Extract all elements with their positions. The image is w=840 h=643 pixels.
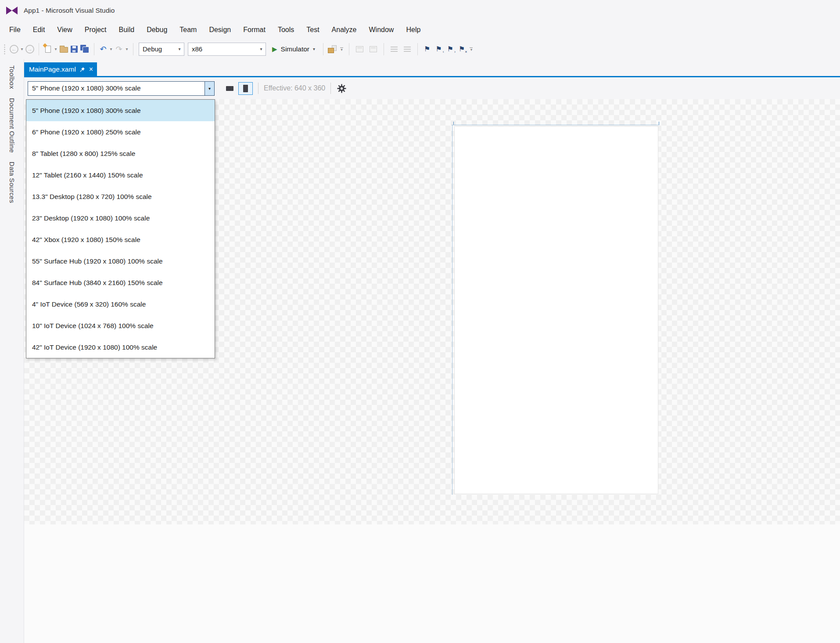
menu-item[interactable]: Help (400, 23, 427, 37)
menu-item[interactable]: Window (363, 23, 400, 37)
previous-bookmark-button[interactable]: ⚑‹ (433, 42, 444, 57)
designer-settings-gear-icon[interactable] (337, 84, 346, 93)
toolbar-separator (94, 43, 94, 55)
device-option[interactable]: 42" Xbox (1920 x 1080) 150% scale (26, 229, 215, 250)
solution-configuration-value: Debug (139, 45, 175, 53)
solution-configuration-select[interactable]: Debug ▾ (139, 43, 184, 56)
increase-indent-button[interactable] (401, 42, 414, 57)
designer-toolbar: 5" Phone (1920 x 1080) 300% scale ▾ Effe… (24, 77, 840, 99)
menu-item[interactable]: Test (300, 23, 325, 37)
device-option[interactable]: 55" Surface Hub (1920 x 1080) 100% scale (26, 250, 215, 272)
save-icon (71, 46, 78, 53)
toolbar-overflow-button[interactable]: ▾ (339, 47, 345, 51)
toolbar-separator (39, 43, 39, 55)
menu-item[interactable]: Debug (140, 23, 173, 37)
menu-item[interactable]: Format (237, 23, 272, 37)
new-file-icon (45, 46, 51, 53)
chevron-down-icon[interactable]: ▾ (205, 82, 214, 95)
toolbar-overflow-button[interactable]: ▾ (468, 47, 474, 51)
toolbar-separator (349, 43, 349, 55)
bookmark-icon: ⚑ (424, 46, 430, 53)
bookmark-clear-icon: ⚑× (459, 46, 465, 53)
undo-button[interactable]: ↶ (98, 42, 108, 57)
selection-adorner-left (452, 125, 452, 495)
toolbar-separator (417, 43, 418, 55)
selection-tick (659, 122, 659, 125)
back-icon: ← (10, 45, 18, 54)
open-folder-icon (60, 47, 68, 53)
landscape-orientation-button[interactable] (223, 82, 237, 95)
menu-item[interactable]: Team (173, 23, 203, 37)
navigate-forward-button[interactable]: → (25, 42, 35, 57)
chevron-down-icon: ▾ (313, 47, 315, 51)
menu-item[interactable]: Design (203, 23, 237, 37)
new-project-dropdown[interactable]: ▾ (53, 47, 58, 51)
menu-item[interactable]: View (51, 23, 78, 37)
portrait-orientation-button[interactable] (238, 82, 253, 95)
device-option[interactable]: 23" Desktop (1920 x 1080) 100% scale (26, 207, 215, 229)
processes-icon (328, 45, 337, 53)
save-button[interactable] (69, 42, 79, 57)
document-tab-strip: MainPage.xaml × (24, 62, 840, 76)
device-option[interactable]: 12" Tablet (2160 x 1440) 150% scale (26, 164, 215, 186)
menu-item[interactable]: Analyze (326, 23, 363, 37)
phone-artboard[interactable] (454, 126, 658, 494)
device-option[interactable]: 13.3" Desktop (1280 x 720) 100% scale (26, 186, 215, 207)
side-tab[interactable]: Toolbox (8, 65, 16, 89)
navigate-forward-code-button[interactable] (366, 42, 380, 57)
open-file-button[interactable] (58, 42, 69, 57)
run-target-label: Simulator (281, 45, 309, 53)
undo-dropdown[interactable]: ▾ (108, 47, 114, 51)
window-title: App1 - Microsoft Visual Studio (24, 7, 115, 14)
device-option[interactable]: 5" Phone (1920 x 1080) 300% scale (26, 100, 215, 121)
title-bar: App1 - Microsoft Visual Studio (0, 0, 840, 21)
menu-item[interactable]: Edit (27, 23, 51, 37)
navigate-backward-code-button[interactable] (353, 42, 366, 57)
orientation-toggle-group (223, 82, 253, 95)
chevron-down-icon: ▾ (257, 43, 266, 55)
effective-resolution-label: Effective: 640 x 360 (264, 84, 325, 92)
clear-bookmarks-button[interactable]: ⚑× (456, 42, 467, 57)
side-tab[interactable]: Document Outline (8, 98, 16, 153)
device-option[interactable]: 8" Tablet (1280 x 800) 125% scale (26, 143, 215, 164)
device-option[interactable]: 42" IoT Device (1920 x 1080) 100% scale (26, 336, 215, 358)
close-icon[interactable]: × (89, 66, 93, 73)
navigate-back-dropdown[interactable]: ▾ (19, 47, 25, 51)
device-option[interactable]: 10" IoT Device (1024 x 768) 100% scale (26, 315, 215, 336)
side-tab[interactable]: Data Sources (8, 162, 16, 203)
menu-item[interactable]: File (3, 23, 27, 37)
portrait-icon (243, 85, 248, 92)
toggle-bookmark-button[interactable]: ⚑ (421, 42, 433, 57)
left-panel-tab-strip: ToolboxDocument OutlineData Sources (0, 59, 24, 643)
start-debugging-button[interactable]: ▶ Simulator ▾ (268, 45, 319, 53)
window-forward-icon (370, 46, 377, 52)
toolbar-separator (258, 83, 258, 94)
attach-to-process-button[interactable] (327, 42, 338, 57)
menu-item[interactable]: Build (113, 23, 141, 37)
toolbar-separator (384, 43, 384, 55)
tab-label: MainPage.xaml (29, 65, 76, 73)
redo-icon: ↷ (115, 45, 122, 53)
navigate-back-button[interactable]: ← (9, 42, 19, 57)
decrease-indent-button[interactable] (388, 42, 401, 57)
solution-platform-select[interactable]: x86 ▾ (188, 43, 266, 56)
menu-item[interactable]: Project (79, 23, 113, 37)
bookmark-next-icon: ⚑› (447, 46, 453, 53)
save-all-button[interactable] (79, 42, 90, 57)
pin-icon[interactable] (80, 67, 85, 72)
device-option[interactable]: 84" Surface Hub (3840 x 2160) 150% scale (26, 272, 215, 293)
device-option[interactable]: 6" Phone (1920 x 1080) 250% scale (26, 121, 215, 143)
tab-mainpage-xaml[interactable]: MainPage.xaml × (24, 62, 97, 76)
toolbar-grip[interactable] (4, 44, 6, 54)
device-option[interactable]: 4" IoT Device (569 x 320) 160% scale (26, 293, 215, 315)
device-selector[interactable]: 5" Phone (1920 x 1080) 300% scale ▾ (28, 81, 215, 96)
menu-item[interactable]: Tools (272, 23, 300, 37)
redo-dropdown[interactable]: ▾ (124, 47, 129, 51)
forward-icon: → (25, 45, 34, 54)
next-bookmark-button[interactable]: ⚑› (445, 42, 456, 57)
redo-button[interactable]: ↷ (114, 42, 124, 57)
landscape-icon (226, 86, 233, 91)
toolbar-separator (133, 43, 133, 55)
new-project-button[interactable] (43, 42, 53, 57)
design-surface-margin (24, 524, 840, 643)
